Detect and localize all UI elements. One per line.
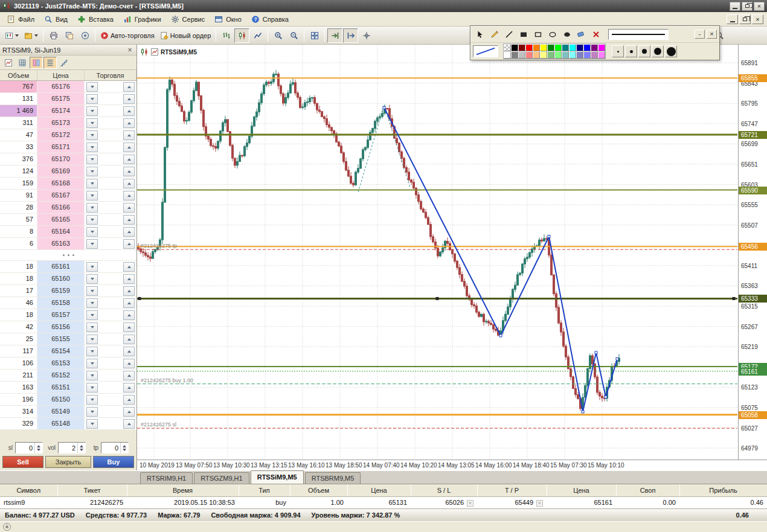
- color-swatch[interactable]: [554, 44, 562, 51]
- rect-tool-button[interactable]: [531, 27, 545, 41]
- color-swatch[interactable]: [540, 51, 547, 59]
- sl-value[interactable]: 0: [16, 444, 34, 452]
- color-swatch[interactable]: [547, 44, 554, 51]
- color-swatch[interactable]: [533, 51, 540, 59]
- delete-tool-button[interactable]: [589, 27, 603, 41]
- dom-sell-at-price-button[interactable]: [86, 130, 98, 140]
- dom-buy-at-price-button[interactable]: [123, 239, 135, 249]
- dom-sell-at-price-button[interactable]: [86, 155, 98, 164]
- positions-header-3[interactable]: Время: [127, 484, 239, 496]
- close-button[interactable]: ×: [754, 2, 765, 11]
- sl-stepper[interactable]: 0: [15, 442, 43, 453]
- tab-rtsrim9-h1[interactable]: RTSRIM9,H1: [140, 472, 193, 484]
- eraser-tool-button[interactable]: [574, 27, 589, 41]
- spin-down-icon[interactable]: [80, 449, 83, 451]
- dom-buy-at-price-button[interactable]: [123, 347, 135, 356]
- color-swatch[interactable]: [576, 51, 583, 59]
- dom-buy-at-price-button[interactable]: [123, 167, 135, 176]
- grid-button[interactable]: [16, 57, 29, 69]
- dom-sell-at-price-button[interactable]: [86, 262, 98, 272]
- dom-sell-at-price-button[interactable]: [86, 383, 98, 393]
- spin-up-icon[interactable]: [123, 445, 126, 447]
- dom-sell-at-price-button[interactable]: [86, 179, 98, 188]
- dom-buy-at-price-button[interactable]: [123, 203, 135, 213]
- cursor-tool-button[interactable]: [473, 27, 487, 41]
- color-swatch[interactable]: [504, 44, 511, 51]
- dom-buy-at-price-button[interactable]: [123, 155, 135, 164]
- dom-buy-at-price-button[interactable]: [123, 227, 135, 237]
- chart-canvas[interactable]: #212426275 tp#212426275 buy 1.00#2124262…: [137, 45, 737, 460]
- dom-sell-at-price-button[interactable]: [86, 106, 98, 116]
- color-swatch[interactable]: [562, 51, 569, 59]
- crosshair-tool-button[interactable]: [359, 28, 374, 43]
- color-swatch[interactable]: [569, 44, 576, 51]
- menu-view[interactable]: Вид: [39, 13, 72, 25]
- color-swatch[interactable]: [518, 51, 525, 59]
- tile-windows-button[interactable]: [307, 28, 322, 43]
- dom-buy-at-price-button[interactable]: [123, 179, 135, 188]
- dom-sell-at-price-button[interactable]: [86, 335, 98, 344]
- remove-tp-icon[interactable]: ×: [536, 500, 543, 507]
- dom-buy-at-price-button[interactable]: [123, 274, 135, 284]
- drawing-toolbar-minimize-button[interactable]: -: [695, 30, 705, 39]
- buy-button[interactable]: Buy: [93, 456, 134, 468]
- depth-view-button[interactable]: [30, 57, 43, 69]
- tab-rtssim9-m5[interactable]: RTSSiM9,M5: [251, 470, 304, 484]
- zoom-out-button[interactable]: [286, 28, 301, 43]
- dom-sell-at-price-button[interactable]: [86, 239, 98, 249]
- dom-buy-at-price-button[interactable]: [123, 106, 135, 116]
- candles-chart-button[interactable]: [234, 28, 249, 43]
- new-chart-button[interactable]: [2, 28, 21, 43]
- restore-button[interactable]: [742, 2, 753, 11]
- vol-stepper[interactable]: 2: [58, 442, 86, 453]
- steps-button[interactable]: [57, 57, 71, 69]
- dom-sell-at-price-button[interactable]: [86, 227, 98, 237]
- tab-rtsgzm9-h1[interactable]: RTSGZM9,H1: [194, 472, 249, 484]
- vol-value[interactable]: 2: [59, 444, 77, 452]
- line-chart-button[interactable]: [250, 28, 265, 43]
- dom-sell-at-price-button[interactable]: [86, 167, 98, 176]
- price-axis[interactable]: 6589165843657956574765699656516560365555…: [738, 45, 767, 460]
- tp-value[interactable]: 0: [101, 444, 120, 452]
- dom-buy-at-price-button[interactable]: [123, 383, 135, 393]
- color-swatch[interactable]: [576, 44, 583, 51]
- dom-buy-at-price-button[interactable]: [123, 407, 135, 417]
- dom-sell-at-price-button[interactable]: [86, 310, 98, 320]
- color-swatch[interactable]: [562, 44, 569, 51]
- dom-sell-at-price-button[interactable]: [86, 286, 98, 296]
- new-order-button[interactable]: Новый ордер: [158, 28, 214, 43]
- color-swatch[interactable]: [547, 51, 554, 59]
- dom-sell-at-price-button[interactable]: [86, 371, 98, 380]
- menu-charts[interactable]: Графики: [118, 13, 166, 25]
- autoscroll-button[interactable]: [327, 28, 342, 43]
- line-style-selector[interactable]: [473, 45, 498, 57]
- dom-sell-at-price-button[interactable]: [86, 322, 98, 332]
- color-swatch[interactable]: [540, 44, 547, 51]
- spin-up-icon[interactable]: [80, 445, 83, 447]
- dom-buy-at-price-button[interactable]: [123, 310, 135, 320]
- pencil-tool-button[interactable]: [487, 27, 502, 41]
- color-swatch[interactable]: [598, 44, 605, 51]
- dom-buy-at-price-button[interactable]: [123, 395, 135, 405]
- dom-buy-at-price-button[interactable]: [123, 419, 135, 429]
- positions-header-6[interactable]: Цена: [347, 484, 411, 496]
- dom-sell-at-price-button[interactable]: [86, 274, 98, 284]
- dom-sell-at-price-button[interactable]: [86, 395, 98, 405]
- menu-service[interactable]: Сервис: [166, 13, 210, 25]
- bars-chart-button[interactable]: [219, 28, 234, 43]
- positions-header-5[interactable]: Объем: [290, 484, 347, 496]
- remove-sl-icon[interactable]: ×: [467, 500, 473, 507]
- dom-buy-at-price-button[interactable]: [123, 118, 135, 128]
- minimize-button[interactable]: [730, 2, 740, 11]
- color-swatch[interactable]: [533, 44, 540, 51]
- color-swatch[interactable]: [525, 51, 533, 59]
- dom-close-icon[interactable]: ×: [126, 46, 134, 54]
- color-swatch[interactable]: [511, 51, 518, 59]
- color-swatch[interactable]: [591, 51, 598, 59]
- profiles-button[interactable]: [22, 28, 40, 43]
- dom-sell-at-price-button[interactable]: [86, 118, 98, 128]
- autotrade-button[interactable]: Авто-торговля: [98, 28, 157, 43]
- spin-down-icon[interactable]: [123, 449, 126, 451]
- dom-sell-at-price-button[interactable]: [86, 359, 98, 368]
- pen-size-button[interactable]: [665, 45, 677, 57]
